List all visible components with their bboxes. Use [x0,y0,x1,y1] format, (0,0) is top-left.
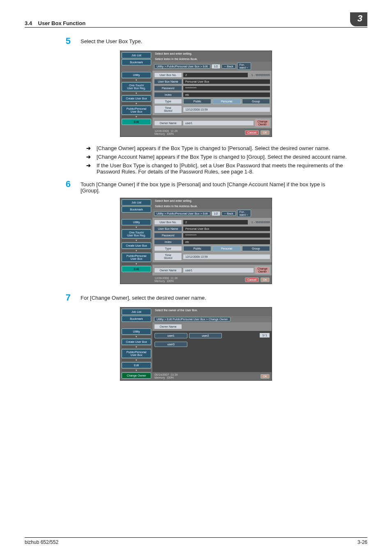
label-owner: Owner Name [154,120,182,126]
value-time: 12/12/2008 13:59 [183,107,270,112]
back-button[interactable]: ←Back [221,211,236,216]
sidebar-utility[interactable]: Utility [122,328,151,335]
sidebar-edit[interactable]: Edit [122,119,151,125]
ok-button[interactable]: OK [261,374,270,379]
value-boxno[interactable]: 2 [183,220,248,224]
sidebar-bookmark[interactable]: Bookmark [122,59,151,65]
sidebar-onetouch[interactable]: One-Touch/ User Box Reg. [122,229,151,238]
step-5: 5 Select the User Box Type. [62,36,367,46]
sidebar-pp[interactable]: Public/Personal User Box [122,253,151,262]
chevron-down-icon: ▾ [122,250,151,252]
cancel-button[interactable]: Cancel [245,130,259,135]
type-group[interactable]: Group [242,99,270,104]
forward-button[interactable]: For- ward→ [237,210,251,217]
sidebar-bookmark[interactable]: Bookmark [122,316,151,322]
value-index[interactable]: etc [183,92,270,97]
value-boxno[interactable]: 2 [183,73,248,77]
type-public[interactable]: Public [183,99,211,104]
sidebar-create[interactable]: Create User Box [122,95,151,102]
sidebar-utility[interactable]: Utility [122,72,151,78]
note-1: [Change Owner] appears if the Box Type i… [97,145,330,151]
panel-title: Select the owner of the User Box. [152,308,272,313]
label-index[interactable]: Index [154,92,182,97]
label-owner: Owner Name [154,268,182,273]
value-password[interactable]: ********** [183,86,270,90]
section-title: 3.4 User Box Function [25,20,85,26]
type-public[interactable]: Public [183,246,211,251]
type-group[interactable]: Group [242,246,270,251]
sidebar-bookmark[interactable]: Bookmark [122,206,151,213]
chevron-down-icon: ▾ [122,335,151,338]
sidebar-pp[interactable]: Public/Personal User Box [122,349,151,358]
chevron-down-icon: ▾ [122,346,151,348]
page-header: 3.4 User Box Function 3 [25,12,367,28]
range: 1 - 999999999 [249,74,270,76]
label-index[interactable]: Index [154,239,182,245]
foot-datetime: 12/26/2008 11:26Memory 100% [154,130,178,135]
chapter-badge: 3 [350,12,367,26]
value-index[interactable]: etc [183,240,270,244]
step-number: 6 [62,179,71,194]
notes: ➔[Change Owner] appears if the Box Type … [86,145,349,175]
ok-button[interactable]: OK [261,130,270,135]
note-3: If the User Box Type is changed to [Publ… [97,162,349,175]
foot-datetime: 12/26/2008 11:26Memory 100% [154,277,178,282]
back-button[interactable]: ←Back [221,64,236,69]
user-option-2[interactable]: user2 [189,333,222,338]
value-time: 12/12/2008 13:59 [183,254,270,259]
step-7: 7 For [Change Owner], select the desired… [62,292,367,303]
breadcrumb: Utility > Public/Personal User Box > Edi… [154,211,210,216]
sidebar-edit[interactable]: Edit [122,266,151,272]
screenshot-2: Job List Bookmark Utility ▾ One-Touch/ U… [120,198,272,284]
sidebar-onetouch[interactable]: One-Touch/ User Box Reg. [122,82,151,91]
sidebar: Job List Bookmark Utility ▾ One-Touch/ U… [120,51,152,136]
sidebar-utility[interactable]: Utility [122,219,151,225]
chevron-down-icon: ▾ [122,263,151,265]
page-footer: bizhub 652/552 3-26 [25,537,367,545]
label-time: Time Stored [154,252,182,261]
change-owner-button[interactable]: Change Owner [255,119,270,127]
step-number: 7 [62,292,71,303]
sidebar-create[interactable]: Create User Box [122,339,151,345]
ok-button[interactable]: OK [261,278,270,282]
label-password[interactable]: Password [154,233,182,238]
chevron-down-icon: ▾ [122,359,151,361]
label-boxno: User Box No. [154,220,182,225]
step-6: 6 Touch [Change Owner] if the box type i… [62,179,367,194]
chevron-down-icon: ▾ [122,239,151,242]
panel-title-1: Select item and enter setting. [152,51,272,56]
label-boxno: User Box No. [154,72,182,78]
label-boxname[interactable]: User Box Name [154,226,182,231]
panel-title-1: Select item and enter setting. [152,198,272,204]
change-owner-button[interactable]: Change Owner [255,266,270,274]
breadcrumb: Utility > Edit Public/Personal User Box … [154,317,231,321]
label-boxname[interactable]: User Box Name [154,79,182,84]
sidebar-joblist[interactable]: Job List [122,309,151,315]
sidebar-create[interactable]: Create User Box [122,243,151,249]
value-password[interactable]: ********** [183,233,270,238]
label-password[interactable]: Password [154,86,182,91]
arrow-icon: ➔ [86,154,91,160]
cancel-button[interactable]: Cancel [245,278,259,282]
footer-right: 3-26 [357,539,367,545]
page-indicator: 1/2 [212,211,221,216]
user-option-1[interactable]: user1 [154,333,187,338]
step-text: Select the User Box Type. [81,36,142,46]
chevron-down-icon: ▾ [122,102,151,105]
chevron-down-icon: ▾ [122,369,151,372]
sidebar-joblist[interactable]: Job List [122,199,151,206]
type-personal[interactable]: Personal [212,99,240,104]
sidebar-change-owner[interactable]: Change Owner [122,372,151,379]
screenshot-3: Job List Bookmark Utility ▾ Create User … [120,307,272,381]
foot-datetime: 06/14/2007 13:39Memory 100% [154,373,178,379]
forward-button[interactable]: For- ward→ [237,62,251,70]
value-boxname[interactable]: Personal User Box [183,227,270,231]
value-boxname[interactable]: Personal User Box [183,79,270,84]
sidebar-joblist[interactable]: Job List [122,52,151,58]
chevron-down-icon: ▾ [122,92,151,95]
sidebar-pp[interactable]: Public/Personal User Box [122,106,151,115]
type-personal[interactable]: Personal [212,246,240,251]
breadcrumb: Utility > Public/Personal User Box > Edi… [154,64,210,69]
user-option-3[interactable]: user3 [154,342,187,347]
sidebar-edit[interactable]: Edit [122,362,151,368]
